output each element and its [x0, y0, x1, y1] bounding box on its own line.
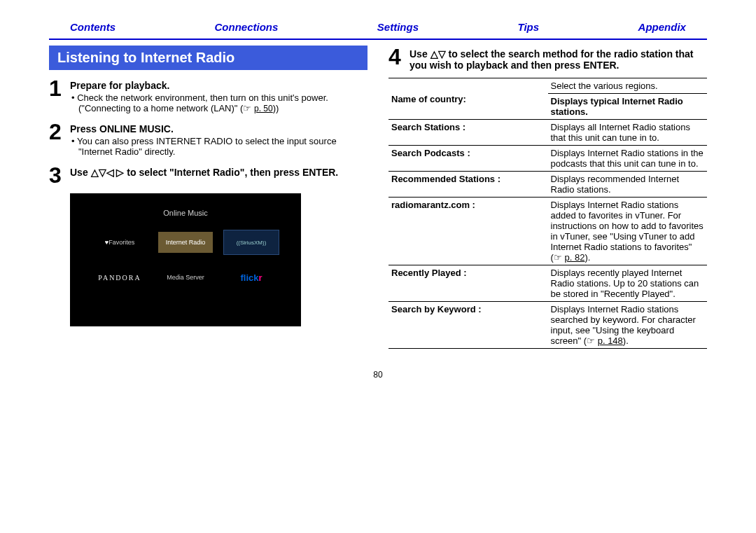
table-row: Search Podcasts : Displays Internet Radi… [388, 146, 707, 172]
step-4-post: to select the search method for the radi… [410, 48, 694, 71]
table-row: Search by Keyword : Displays Internet Ra… [388, 302, 707, 349]
screen-title: Online Music [163, 209, 208, 217]
opt-search-stations-desc: Displays all Internet Radio stations tha… [548, 120, 708, 146]
table-row: Recommended Stations : Displays recommen… [388, 172, 707, 198]
step-4-title: Use △▽ to select the search method for t… [410, 48, 707, 71]
nav-arrows-icon: △▽◁ ▷ [91, 167, 125, 178]
table-row: Search Stations : Displays all Internet … [388, 120, 707, 146]
nav-appendix[interactable]: Appendix [638, 21, 686, 33]
step-3: 3 Use △▽◁ ▷ to select "Internet Radio", … [49, 164, 368, 186]
step-2-number: 2 [49, 120, 70, 157]
page-number: 80 [49, 370, 707, 380]
nav-contents[interactable]: Contents [70, 21, 115, 33]
table-row: Recently Played : Displays recently play… [388, 265, 707, 302]
opt-recommended-label: Recommended Stations : [388, 172, 548, 198]
nav-tips[interactable]: Tips [518, 21, 540, 33]
step-3-number: 3 [49, 164, 70, 186]
opt-country-desc2: Displays typical Internet Radio stations… [548, 94, 708, 120]
tile-favorites: Favorites [92, 232, 147, 253]
table-row: Name of country: Select the various regi… [388, 78, 707, 94]
step-3-post: to select "Internet Radio", then press E… [124, 167, 338, 178]
step-3-pre: Use [70, 167, 91, 178]
step-1: 1 Prepare for playback. Check the networ… [49, 77, 368, 113]
opt-search-keyword-desc: Displays Internet Radio stations searche… [548, 302, 708, 349]
opt-country-label: Name of country: [388, 78, 548, 120]
nav-connections[interactable]: Connections [215, 21, 279, 33]
left-column: Listening to Internet Radio 1 Prepare fo… [49, 46, 368, 349]
step-3-title: Use △▽◁ ▷ to select "Internet Radio", th… [70, 167, 368, 178]
step-1-bullet-tail: )) [273, 103, 279, 113]
step-2-bullet: You can also press INTERNET RADIO to sel… [70, 136, 368, 157]
opt-search-stations-label: Search Stations : [388, 120, 548, 146]
page-link-148[interactable]: p. 148 [598, 335, 623, 346]
opt-search-podcasts-label: Search Podcasts : [388, 146, 548, 172]
tile-media-server: Media Server [158, 267, 213, 288]
step-1-bullet: Check the network environment, then turn… [70, 92, 368, 113]
flickr-text-2: r [258, 272, 262, 283]
opt-radiomarantz-label: radiomarantz.com : [388, 198, 548, 265]
ui-screenshot: Online Music Favorites Internet Radio ((… [70, 193, 301, 326]
search-options-table: Name of country: Select the various regi… [388, 78, 707, 349]
opt-radiomarantz-desc: Displays Internet Radio stations added t… [548, 198, 708, 265]
opt-recommended-desc: Displays recommended Internet Radio stat… [548, 172, 708, 198]
tile-pandora: PANDORA [92, 267, 147, 288]
page-link-82[interactable]: p. 82 [564, 252, 584, 263]
opt-search-keyword-label: Search by Keyword : [388, 302, 548, 349]
page-heading: Listening to Internet Radio [49, 46, 368, 70]
tile-internet-radio: Internet Radio [158, 232, 213, 253]
keyword-post: ). [623, 335, 629, 346]
step-2: 2 Press ONLINE MUSIC. You can also press… [49, 120, 368, 157]
step-4-pre: Use [410, 48, 430, 60]
step-1-number: 1 [49, 77, 70, 113]
step-2-title: Press ONLINE MUSIC. [70, 123, 368, 134]
step-4-number: 4 [388, 46, 410, 71]
opt-country-desc1: Select the various regions. [548, 78, 708, 94]
header-rule [49, 39, 707, 40]
step-1-bullet-text: Check the network environment, then turn… [77, 92, 328, 113]
nav-settings[interactable]: Settings [377, 21, 419, 33]
up-down-arrows-icon: △▽ [430, 48, 446, 60]
opt-recently-played-desc: Displays recently played Internet Radio … [548, 265, 708, 302]
tile-flickr: flickr [224, 267, 279, 288]
opt-recently-played-label: Recently Played : [388, 265, 548, 302]
page-link-50[interactable]: p. 50 [254, 104, 273, 113]
flickr-text-1: flick [240, 272, 258, 283]
step-1-title: Prepare for playback. [70, 80, 368, 91]
right-column: 4 Use △▽ to select the search method for… [388, 46, 707, 349]
table-row: radiomarantz.com : Displays Internet Rad… [388, 198, 707, 265]
opt-search-podcasts-desc: Displays Internet Radio stations in the … [548, 146, 708, 172]
step-4: 4 Use △▽ to select the search method for… [388, 46, 707, 71]
top-nav: Contents Connections Settings Tips Appen… [49, 21, 707, 39]
radiomarantz-post: ). [584, 252, 590, 263]
tile-siriusxm: ((SiriusXM)) [223, 230, 279, 255]
